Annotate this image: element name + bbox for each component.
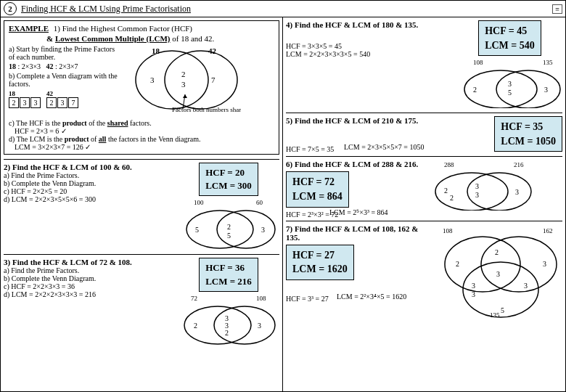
section5-lcm: LCM = 2×3×5×5×7 = 1050 [344, 143, 491, 151]
section2-c: c) HCF = 2×2×5 = 20 [4, 187, 173, 195]
section2-b: b) Complete the Venn Diagram. [4, 179, 173, 187]
factor-box-18-3b: 3 [30, 97, 41, 108]
svg-text:2: 2 [444, 187, 448, 195]
svg-text:42: 42 [208, 46, 217, 55]
example-intro2: & Lowest Common Multiple (LCM) of 18 and… [9, 34, 274, 43]
factor-box-42-2: 2 [46, 97, 57, 108]
step-b: b) Complete a Venn diagram with the fact… [9, 72, 121, 88]
svg-text:5: 5 [508, 89, 512, 97]
svg-text:135: 135 [543, 59, 553, 66]
section4-venn: 108 135 2 3 5 3 [457, 57, 562, 108]
section6-title: 6) Find the HCF & LCM of 288 & 216. [286, 160, 418, 168]
step-c: c) The HCF is the product of the shared … [9, 119, 274, 127]
svg-text:2: 2 [450, 194, 454, 202]
section7-title: 7) Find the HCF & LCM of 108, 162 & 135. [286, 224, 432, 242]
svg-marker-10 [183, 94, 187, 98]
svg-text:108: 108 [443, 227, 453, 234]
section2-a: a) Find the Prime Factors. [4, 171, 173, 179]
section3-venn: 72 108 2 3 3 2 3 [178, 293, 279, 346]
example-venn: 18 42 3 2 3 7 Factors both numbers share… [128, 45, 241, 118]
example-intro: EXAMPLE 1) Find the Highest Common Facto… [9, 24, 274, 33]
svg-text:2: 2 [181, 70, 186, 78]
svg-text:60: 60 [256, 199, 263, 206]
svg-text:3: 3 [472, 282, 475, 290]
svg-text:2: 2 [473, 86, 477, 94]
svg-point-14 [217, 211, 275, 248]
page-title: Finding HCF & LCM Using Prime Factorisat… [21, 4, 191, 15]
svg-text:3: 3 [544, 86, 548, 94]
section3-answer: HCF = 36LCM = 216 [199, 258, 258, 291]
svg-text:2: 2 [456, 260, 459, 268]
hcf-calc: HCF = 2×3 = 6 ✓ [9, 127, 274, 135]
svg-text:72: 72 [191, 295, 197, 302]
section4: 4) Find the HCF & LCM of 180 & 135. HCF … [286, 20, 562, 108]
section5: 5) Find the HCF & LCM of 210 & 175. HCF … [286, 116, 562, 152]
svg-text:288: 288 [444, 161, 454, 168]
example-box: EXAMPLE 1) Find the Highest Common Facto… [4, 20, 279, 155]
section5-title: 5) Find the HCF & LCM of 210 & 175. [286, 116, 491, 125]
example-label: EXAMPLE [9, 24, 49, 33]
svg-text:5: 5 [227, 232, 231, 240]
svg-text:2: 2 [495, 248, 499, 256]
page: 2 Finding HCF & LCM Using Prime Factoris… [0, 0, 566, 392]
section5-answer: HCF = 35LCM = 1050 [494, 116, 562, 152]
section2-venn: 100 60 5 2 5 3 [178, 197, 279, 250]
section2-title: 2) Find the HCF & LCM of 100 & 60. [4, 163, 173, 171]
section3-d: d) LCM = 2×2×2×3×3×3 = 216 [4, 290, 173, 298]
section4-hcf: HCF = 3×3×5 = 45 [286, 42, 454, 50]
svg-text:7: 7 [211, 75, 216, 84]
section2: 2) Find the HCF & LCM of 100 & 60. a) Fi… [4, 159, 279, 250]
section4-answer: HCF = 45LCM = 540 [478, 20, 541, 56]
svg-text:3: 3 [472, 290, 475, 298]
factor-box-18-2: 2 [9, 97, 19, 108]
svg-text:5: 5 [501, 306, 504, 314]
section7-answer: HCF = 27LCM = 1620 [286, 245, 354, 280]
page-number: 2 [4, 2, 17, 15]
section3-a: a) Find the Prime Factors. [4, 266, 173, 274]
section6-venn: 288 216 2 2 3 3 3 [428, 160, 533, 211]
svg-text:3: 3 [261, 226, 265, 234]
factor-box-42-3: 3 [57, 97, 67, 108]
section3-title: 3) Find the HCF & LCM of 72 & 108. [4, 258, 173, 266]
svg-text:3: 3 [475, 182, 479, 190]
svg-text:18: 18 [152, 46, 160, 55]
svg-point-22 [214, 306, 275, 344]
svg-text:2: 2 [225, 329, 229, 337]
section6: 6) Find the HCF & LCM of 288 & 216. HCF … [286, 160, 562, 216]
section4-title: 4) Find the HCF & LCM of 180 & 135. [286, 20, 454, 29]
svg-text:3: 3 [150, 75, 155, 84]
step-a: a) Start by finding the Prime Factors of… [9, 45, 121, 61]
section3: 3) Find the HCF & LCM of 72 & 108. a) Fi… [4, 254, 279, 345]
section2-d: d) LCM = 2×2×3×5×5×6 = 300 [4, 195, 173, 203]
svg-text:3: 3 [543, 260, 546, 268]
svg-text:2: 2 [194, 322, 197, 330]
svg-text:100: 100 [194, 199, 204, 206]
header: 2 Finding HCF & LCM Using Prime Factoris… [1, 1, 565, 17]
main-content: EXAMPLE 1) Find the Highest Common Facto… [1, 17, 565, 392]
section6-answer: HCF = 72LCM = 864 [286, 171, 349, 207]
svg-text:216: 216 [514, 161, 524, 168]
section7-lcm: LCM = 2²×3⁴×5 = 1620 [337, 293, 432, 301]
svg-point-0 [136, 51, 208, 109]
section6-lcm: LCM = 2⁵×3³ = 864 [329, 208, 418, 216]
svg-text:108: 108 [473, 59, 483, 66]
left-column: EXAMPLE 1) Find the Highest Common Facto… [1, 17, 283, 392]
factor-box-18-3a: 3 [20, 97, 30, 108]
svg-text:3: 3 [181, 80, 186, 89]
section7-venn: 108 162 135 2 3 [435, 224, 562, 319]
svg-text:3: 3 [258, 322, 261, 330]
lcm-calc: LCM = 3×2×3×7 = 126 ✓ [9, 143, 274, 151]
header-icon: ≡ [552, 4, 562, 14]
section7: 7) Find the HCF & LCM of 108, 162 & 135.… [286, 224, 562, 320]
svg-text:3: 3 [475, 191, 479, 199]
svg-text:3: 3 [524, 282, 528, 290]
section3-c: c) HCF = 2×2×3×3 = 36 [4, 282, 173, 290]
svg-text:162: 162 [543, 227, 553, 234]
section3-b: b) Complete the Venn Diagram. [4, 274, 173, 282]
section4-lcm: LCM = 2×2×3×3×3×5 = 540 [286, 50, 454, 58]
factor-box-42-7: 7 [68, 97, 78, 108]
section2-answer: HCF = 20LCM = 300 [199, 163, 258, 196]
svg-text:3: 3 [515, 188, 519, 196]
svg-text:2: 2 [227, 223, 231, 231]
svg-text:3: 3 [508, 80, 512, 88]
